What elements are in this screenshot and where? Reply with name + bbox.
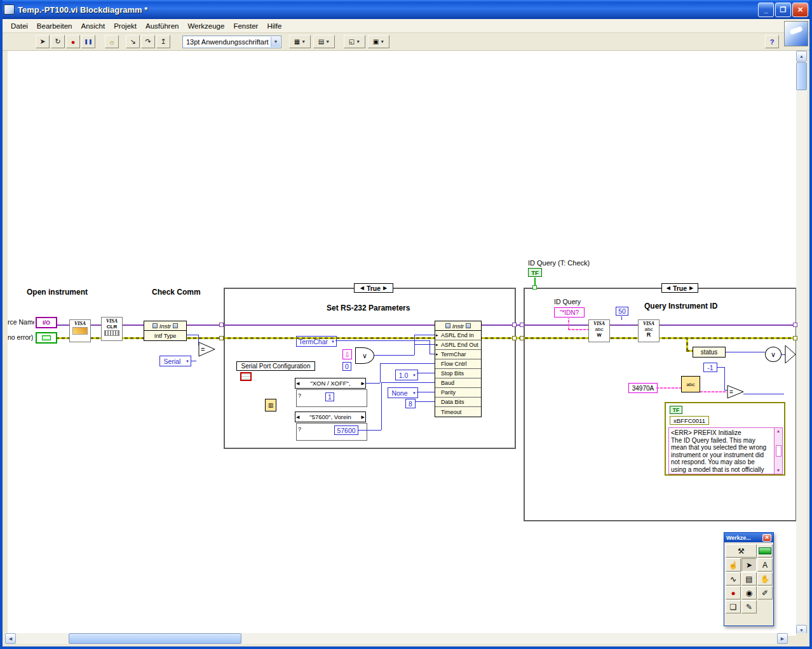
match-pattern-node[interactable]: abc [681, 376, 700, 392]
wire[interactable] [416, 401, 435, 402]
wire[interactable] [743, 394, 784, 394]
auto-tool-button[interactable]: ⚒ [726, 544, 757, 558]
error-ring-constant[interactable] [240, 372, 252, 381]
baud-ring-constant[interactable]: "57600", Vorein [295, 411, 366, 422]
color-copy-tool[interactable]: ✐ [757, 586, 773, 599]
visa-clear-node[interactable]: VISA CLR [101, 317, 123, 341]
probe-tool[interactable]: ◉ [741, 586, 757, 599]
menu-werkzeuge[interactable]: Werkzeuge [183, 20, 229, 32]
stop-bits-ring[interactable]: 1.0 [395, 370, 418, 380]
error-in-terminal[interactable] [36, 332, 57, 344]
highlight-execution-button[interactable]: ☼ [105, 35, 119, 48]
menu-bearbeiten[interactable]: Bearbeiten [32, 20, 77, 32]
minimize-button[interactable]: _ [758, 3, 774, 17]
true-constant[interactable]: TF [528, 268, 542, 277]
align-objects-button[interactable]: ▦▼ [289, 35, 311, 48]
constant-0[interactable]: 0 [342, 362, 351, 371]
unbundle-status-node[interactable]: status [693, 347, 726, 358]
operate-value-tool[interactable]: ☝ [726, 558, 741, 572]
wire[interactable] [380, 363, 435, 364]
serial-ring-constant[interactable]: Serial [159, 356, 191, 366]
wire[interactable] [414, 335, 435, 335]
visa-read-node[interactable]: VISA abc R [638, 319, 660, 342]
wire[interactable] [417, 373, 435, 373]
step-over-button[interactable]: ↷ [141, 35, 155, 48]
wire[interactable] [373, 355, 414, 356]
prop2-row[interactable]: ASRL End Out [435, 340, 481, 350]
wire[interactable] [366, 383, 380, 384]
menu-ansicht[interactable]: Ansicht [76, 20, 109, 32]
prop2-row[interactable]: Timeout [435, 407, 481, 417]
xon-ring-constant[interactable]: "XON / XOFF", [295, 378, 366, 389]
parity-ring[interactable]: None [388, 387, 418, 398]
title-bar[interactable]: Temp.-PT100.vi Blockdiagramm * _ ❐ ✕ [0, 0, 812, 19]
idn-string-constant[interactable]: "*IDN? [554, 307, 585, 318]
menu-fenster[interactable]: Fenster [229, 20, 262, 32]
prop2-row[interactable]: Data Bits [435, 398, 481, 407]
constant-57600[interactable]: 57600 [334, 425, 358, 435]
wire-tool[interactable]: ∿ [726, 572, 741, 585]
wire[interactable] [724, 367, 725, 391]
resize-objects-button[interactable]: ◱▼ [344, 35, 365, 48]
wire[interactable] [417, 392, 435, 392]
model-string-constant[interactable]: 34970A [628, 383, 658, 393]
tunnel[interactable] [520, 336, 524, 340]
equal-node[interactable]: = [198, 342, 216, 357]
tunnel[interactable] [512, 323, 517, 327]
wire[interactable] [380, 363, 381, 383]
tunnel[interactable] [532, 285, 537, 290]
palette-close-button[interactable]: ✕ [762, 534, 771, 542]
run-continuous-button[interactable]: ↻ [51, 35, 65, 48]
vertical-scrollbar[interactable]: ▲ ▼ [796, 51, 807, 636]
tunnel[interactable] [219, 336, 224, 340]
case1-selector[interactable]: True [354, 283, 393, 293]
menu-ausfuehren[interactable]: Ausführen [141, 20, 183, 32]
wire[interactable] [335, 340, 430, 341]
property-node-serial-settings[interactable]: Instr ASRL End In ASRL End Out TermChar … [435, 321, 482, 417]
string-wire[interactable] [700, 391, 727, 392]
property-node-intf-type[interactable]: Instr Intf Type [144, 321, 187, 341]
pause-button[interactable]: ❚❚ [81, 35, 95, 48]
brush-tool[interactable]: ✎ [741, 600, 757, 613]
menu-hilfe[interactable]: Hilfe [262, 20, 286, 32]
run-button[interactable]: ➤ [36, 35, 50, 48]
tools-palette[interactable]: Werkze... ✕ ⚒ ☝ ➤ A ∿ ▤ ✋ ● ◉ ✐ ❏ ✎ [724, 532, 774, 626]
wire[interactable] [358, 430, 381, 431]
wire[interactable] [430, 354, 435, 354]
wire[interactable] [191, 361, 196, 361]
tunnel[interactable] [512, 336, 517, 340]
constant-minus-1[interactable]: -1 [703, 363, 717, 372]
abort-button[interactable]: ● [66, 35, 80, 48]
step-into-button[interactable]: ↘ [126, 35, 140, 48]
prop2-row[interactable]: ASRL End In [435, 331, 481, 340]
equal-node-2[interactable]: = [727, 385, 745, 399]
distribute-objects-button[interactable]: ▤▼ [313, 35, 335, 48]
prop2-row[interactable]: Parity [435, 388, 481, 398]
tunnel[interactable] [219, 323, 224, 327]
string-wire[interactable] [568, 329, 588, 330]
edit-text-tool[interactable]: A [757, 558, 773, 572]
error-cluster-constant[interactable]: TF xBFFC0011 <ERR> PREFIX Initialize The… [665, 402, 785, 476]
scroll-down-icon[interactable]: ▼ [776, 467, 781, 474]
scroll-right-button[interactable]: ▶ [777, 633, 788, 644]
constant-50[interactable]: 50 [616, 307, 628, 316]
wire[interactable] [414, 335, 415, 355]
close-button[interactable]: ✕ [792, 3, 808, 17]
vertical-scrollbar-thumb[interactable] [796, 62, 807, 90]
build-array-node[interactable]: ▥ [265, 399, 276, 411]
error-code-box[interactable]: xBFFC0011 [670, 416, 709, 425]
selector-arrow[interactable] [784, 344, 797, 365]
prop2-row[interactable]: Baud [435, 378, 481, 388]
error-message-box[interactable]: <ERR> PREFIX Initialize The ID Query fai… [668, 427, 783, 474]
cluster-status-boolean[interactable]: TF [670, 406, 682, 414]
tunnel[interactable] [520, 323, 524, 327]
wire[interactable] [381, 382, 435, 383]
enum-constant[interactable]: ⇩ [342, 349, 352, 359]
prop2-row[interactable]: TermChar [435, 350, 481, 359]
scroll-up-button[interactable]: ▲ [796, 51, 807, 62]
menu-projekt[interactable]: Projekt [109, 20, 141, 32]
visa-resource-terminal[interactable]: I/O [36, 317, 57, 328]
step-out-button[interactable]: ↥ [156, 35, 170, 48]
wire[interactable] [724, 352, 765, 352]
scroll-up-icon[interactable]: ▲ [776, 428, 781, 434]
